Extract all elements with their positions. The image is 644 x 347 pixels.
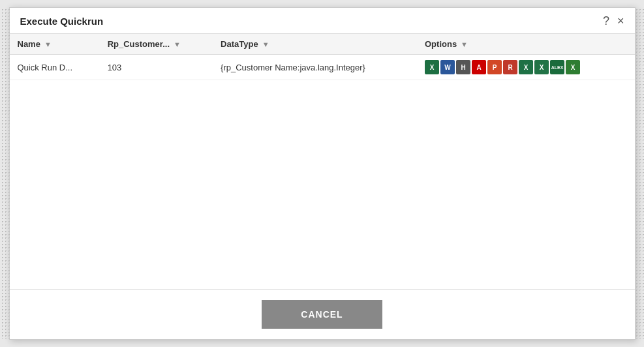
filter-icon-datatype[interactable]: ▼ [262, 40, 269, 48]
filter-icon-name[interactable]: ▼ [44, 40, 52, 48]
dialog-header: Execute Quickrun ? × [10, 8, 635, 33]
help-icon[interactable]: ? [603, 14, 609, 28]
cell-name: Quick Run D... [10, 55, 100, 80]
cell-datatype: {rp_Customer Name:java.lang.Integer} [213, 55, 417, 80]
options-icons: XWHAPRXXALEXX [425, 60, 627, 74]
filter-icon-rp[interactable]: ▼ [174, 40, 181, 48]
cancel-button[interactable]: CANCEL [262, 300, 382, 329]
app-icon-rtf[interactable]: R [503, 60, 517, 74]
app-icon-excel-2[interactable]: X [519, 60, 533, 74]
dialog-header-icons: ? × [603, 14, 624, 28]
table-header-row: Name ▼ Rp_Customer... ▼ DataType ▼ [10, 34, 635, 55]
cell-options: XWHAPRXXALEXX [417, 55, 635, 80]
col-options: Options ▼ [417, 34, 635, 55]
table-container: Name ▼ Rp_Customer... ▼ DataType ▼ [10, 33, 635, 290]
dialog-title: Execute Quickrun [20, 16, 104, 27]
app-icon-word[interactable]: W [440, 60, 455, 74]
col-datatype: DataType ▼ [213, 34, 417, 55]
app-icon-powerpoint[interactable]: P [487, 60, 502, 74]
app-icon-excel-xlsb[interactable]: X [534, 60, 549, 74]
cell-rp-customer: 103 [100, 55, 213, 80]
app-icon-excel-last[interactable]: X [566, 60, 580, 74]
close-icon[interactable]: × [617, 14, 624, 28]
dialog-footer: CANCEL [10, 290, 635, 339]
col-rp-customer: Rp_Customer... ▼ [100, 34, 213, 55]
table-row: Quick Run D...103{rp_Customer Name:java.… [10, 55, 635, 80]
col-name: Name ▼ [10, 34, 100, 55]
app-icon-acrobat[interactable]: A [472, 60, 486, 74]
filter-icon-options[interactable]: ▼ [461, 40, 468, 48]
app-icon-excel-alex[interactable]: ALEX [550, 60, 564, 74]
app-icon-html[interactable]: H [456, 60, 470, 74]
execute-quickrun-dialog: Execute Quickrun ? × Name ▼ Rp_Custom [9, 7, 636, 340]
quickrun-table: Name ▼ Rp_Customer... ▼ DataType ▼ [10, 34, 635, 80]
app-icon-excel[interactable]: X [425, 60, 439, 74]
